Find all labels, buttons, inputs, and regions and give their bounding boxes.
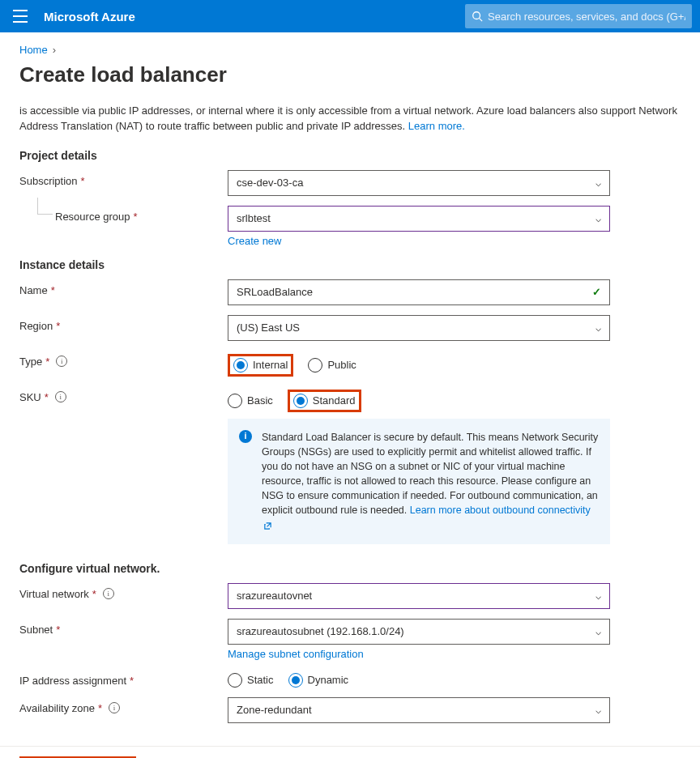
radio-icon (233, 358, 248, 373)
wizard-footer: Review + create < Previous Next : Tags >… (0, 746, 700, 758)
info-icon[interactable]: i (109, 702, 120, 713)
manage-subnet-link[interactable]: Manage subnet configuration (228, 648, 364, 660)
radio-ip-dynamic[interactable]: Dynamic (288, 673, 349, 688)
radio-label: Standard (313, 394, 356, 407)
vnet-value: srazureautovnet (237, 590, 312, 602)
chevron-down-icon: ⌵ (595, 705, 601, 716)
global-search[interactable] (465, 4, 692, 28)
radio-label: Public (327, 359, 356, 371)
label-ip-assignment: IP address assignment* (19, 670, 228, 687)
info-icon[interactable]: i (55, 391, 66, 402)
label-subnet: Subnet* (19, 619, 228, 636)
svg-point-0 (473, 12, 480, 19)
highlight-box: Standard (288, 390, 361, 412)
availability-zone-dropdown[interactable]: Zone-redundant ⌵ (228, 697, 610, 723)
chevron-down-icon: ⌵ (595, 213, 601, 224)
radio-icon (288, 673, 303, 688)
radio-sku-standard[interactable]: Standard (293, 394, 356, 408)
radio-label: Internal (253, 359, 288, 371)
radio-sku-basic[interactable]: Basic (228, 394, 273, 408)
info-icon[interactable]: i (56, 356, 67, 367)
info-icon[interactable]: i (103, 588, 114, 599)
search-input[interactable] (488, 11, 685, 23)
availability-zone-value: Zone-redundant (237, 704, 312, 716)
radio-icon (228, 673, 242, 688)
check-icon: ✓ (592, 286, 601, 298)
search-icon (472, 11, 483, 22)
subscription-value: cse-dev-03-ca (237, 177, 303, 189)
sku-info-box: i Standard Load Balancer is secure by de… (228, 419, 610, 544)
name-input[interactable]: SRLoadBalance ✓ (228, 279, 610, 305)
label-resource-group: Resource group* (19, 206, 228, 223)
chevron-down-icon: ⌵ (595, 322, 601, 334)
create-new-link[interactable]: Create new (228, 235, 281, 247)
radio-type-internal[interactable]: Internal (233, 358, 288, 373)
svg-line-1 (480, 19, 483, 22)
subnet-value: srazureautosubnet (192.168.1.0/24) (237, 625, 404, 637)
top-bar: Microsoft Azure (0, 0, 700, 32)
intro-body: is accessible via public IP addresses, o… (19, 104, 677, 132)
info-icon: i (239, 430, 252, 443)
label-type: Type* i (19, 351, 228, 368)
external-link-icon (263, 522, 272, 530)
section-project-details: Project details (19, 149, 681, 162)
region-dropdown[interactable]: (US) East US ⌵ (228, 315, 610, 341)
label-sku: SKU* i (19, 386, 228, 403)
chevron-down-icon: ⌵ (595, 177, 601, 189)
radio-icon (228, 394, 242, 408)
name-value: SRLoadBalance (237, 286, 313, 298)
brand-label: Microsoft Azure (44, 10, 135, 23)
resource-group-value: srlbtest (237, 212, 271, 224)
subscription-dropdown[interactable]: cse-dev-03-ca ⌵ (228, 170, 610, 196)
radio-label: Dynamic (308, 674, 349, 686)
label-name: Name* (19, 279, 228, 296)
section-instance-details: Instance details (19, 258, 681, 271)
chevron-right-icon: › (53, 44, 56, 56)
radio-type-public[interactable]: Public (308, 358, 356, 373)
radio-ip-static[interactable]: Static (228, 673, 274, 688)
section-vnet: Configure virtual network. (19, 562, 681, 575)
chevron-down-icon: ⌵ (595, 626, 601, 637)
label-availability-zone: Availability zone* i (19, 697, 228, 714)
breadcrumb: Home › (19, 44, 681, 56)
page-title: Create load balancer (19, 62, 681, 87)
intro-text: is accessible via public IP addresses, o… (19, 104, 681, 134)
label-vnet: Virtual network* i (19, 583, 228, 600)
hamburger-menu-icon[interactable] (13, 8, 29, 24)
subnet-dropdown[interactable]: srazureautosubnet (192.168.1.0/24) ⌵ (228, 619, 610, 645)
highlight-box: Internal (228, 354, 293, 377)
vnet-dropdown[interactable]: srazureautovnet ⌵ (228, 583, 610, 609)
resource-group-dropdown[interactable]: srlbtest ⌵ (228, 206, 610, 232)
radio-icon (293, 394, 308, 408)
radio-label: Static (247, 674, 274, 686)
chevron-down-icon: ⌵ (595, 590, 601, 602)
learn-more-link[interactable]: Learn more. (408, 120, 465, 132)
region-value: (US) East US (237, 322, 300, 334)
breadcrumb-home[interactable]: Home (19, 44, 48, 56)
radio-icon (308, 358, 322, 373)
label-subscription: Subscription* (19, 170, 228, 187)
infobox-text: Standard Load Balancer is secure by defa… (262, 432, 598, 517)
label-region: Region* (19, 315, 228, 332)
radio-label: Basic (247, 394, 273, 407)
